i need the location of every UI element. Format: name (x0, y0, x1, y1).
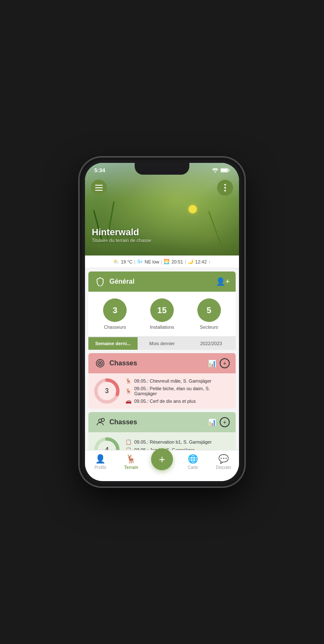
weather-moonrise: 12:42 (195, 259, 207, 264)
period-tabs: Semaine derni... Mois dernier 2022/2023 (88, 337, 236, 350)
car-icon-1: 🚗 (125, 398, 132, 404)
tab-discuter[interactable]: 💬 Discuter (208, 454, 239, 470)
chasses1-donut: 3 (93, 378, 120, 404)
svg-rect-5 (95, 187, 103, 188)
hunt-entry-2: 🦌 09.05.: Petite biche, élan ou daim, S.… (125, 386, 231, 396)
chasses1-card: 3 🦌 09.05.: Chevreuil mâle, S. Gamsjäger… (88, 373, 236, 409)
stat-installations: 15 Installations (150, 298, 174, 330)
hunt-entry-3-text: 09.05.: Cerf de dix ans et plus (134, 399, 196, 404)
chasses1-add-button[interactable]: + (220, 358, 230, 368)
tab-profils[interactable]: 👤 Profils (85, 454, 116, 470)
hamburger-icon (95, 185, 103, 191)
carte-icon: 🌐 (188, 454, 198, 464)
weather-sunset-icon: 🌅 (164, 259, 170, 264)
svg-point-11 (98, 361, 103, 366)
tab-terrain[interactable]: 🦌 Terrain (116, 454, 146, 470)
weather-sep-2: | (161, 259, 162, 264)
tab-mois-label: Mois dernier (149, 341, 175, 346)
tab-semaine-label: Semaine derni... (95, 341, 130, 346)
svg-point-9 (224, 190, 226, 192)
svg-point-0 (215, 171, 216, 173)
wifi-icon (212, 168, 218, 173)
weather-sep-1: | (134, 259, 135, 264)
weather-wind-icon: 🌬️ (137, 259, 143, 264)
stat-chasseurs: 3 Chasseurs (103, 298, 127, 330)
add-user-button[interactable]: 👤+ (216, 277, 230, 286)
more-button[interactable] (217, 180, 233, 196)
tab-saison-label: 2022/2023 (200, 341, 222, 346)
note-icon-1: 📋 (125, 439, 132, 445)
svg-rect-3 (221, 169, 228, 172)
svg-rect-6 (95, 190, 103, 191)
more-dots-icon (224, 184, 226, 192)
chasses2-header-actions: 📊 + (208, 417, 230, 427)
hunt-entry-1: 🦌 09.05.: Chevreuil mâle, S. Gamsjäger (125, 378, 231, 384)
profils-label: Profils (95, 465, 106, 470)
svg-point-7 (224, 184, 226, 186)
weather-wind: NE low (145, 259, 159, 264)
stats-row: 3 Chasseurs 15 Installations 5 (92, 298, 232, 330)
shield-icon (96, 277, 105, 286)
hero-section: Hinterwald Titulaire du terrain de chass… (85, 163, 239, 255)
stats-section: 3 Chasseurs 15 Installations 5 (88, 292, 236, 337)
chasses2-chart-button[interactable]: 📊 (208, 418, 216, 426)
weather-arrow-icon: ↑ (208, 259, 211, 264)
general-icon (94, 276, 106, 287)
deer-icon-1: 🦌 (125, 378, 132, 384)
weather-bar: ⛅ 19 °C | 🌬️ NE low | 🌅 20:51 | 🌙 12:42 … (85, 255, 239, 268)
chasses2-section-header: Chasses 📊 + (88, 412, 236, 432)
hero-subtitle: Titulaire du terrain de chasse (92, 238, 151, 243)
chasses2-add-button[interactable]: + (220, 417, 230, 427)
hero-title: Hinterwald (92, 227, 151, 238)
stat-installations-label: Installations (150, 325, 174, 330)
profils-icon: 👤 (95, 454, 106, 464)
chasses1-list: 🦌 09.05.: Chevreuil mâle, S. Gamsjäger 🦌… (125, 378, 231, 404)
chasses2-icon (94, 416, 106, 428)
chasses1-body: 3 🦌 09.05.: Chevreuil mâle, S. Gamsjäger… (88, 373, 236, 409)
stat-secteurs-value: 5 (207, 306, 211, 315)
chasses1-chart-button[interactable]: 📊 (208, 359, 216, 367)
stat-secteurs: 5 Secteurs (197, 298, 221, 330)
chasses1-icon (94, 357, 106, 369)
discuter-label: Discuter (216, 465, 231, 470)
tab-saison[interactable]: 2022/2023 (186, 337, 236, 350)
hunt-entry-3: 🚗 09.05.: Cerf de dix ans et plus (125, 398, 231, 404)
stat-chasseurs-circle: 3 (103, 298, 127, 322)
hunt-entry-1-text: 09.05.: Chevreuil mâle, S. Gamsjäger (134, 378, 211, 383)
fab-button[interactable]: + (151, 448, 173, 470)
stat-chasseurs-label: Chasseurs (104, 325, 126, 330)
menu-button[interactable] (91, 180, 107, 196)
terrain-icon: 🦌 (126, 454, 136, 464)
hero-title-block: Hinterwald Titulaire du terrain de chass… (92, 227, 151, 243)
stat-secteurs-circle: 5 (197, 298, 221, 322)
flower-decoration (189, 205, 197, 213)
reservation-entry-1-text: 09.05.: Réservation b1, S. Gamsjäger (134, 439, 212, 444)
scroll-container[interactable]: Hinterwald Titulaire du terrain de chass… (85, 163, 239, 481)
general-section-header: Général 👤+ (88, 271, 236, 292)
svg-point-8 (224, 187, 226, 189)
hunt-entry-2-text: 09.05.: Petite biche, élan ou daim, S. G… (134, 386, 231, 396)
carte-label: Carte (188, 465, 198, 470)
weather-sep-3: | (185, 259, 186, 264)
chasses1-section-header: Chasses 📊 + (88, 353, 236, 373)
tab-semaine[interactable]: Semaine derni... (88, 337, 138, 350)
svg-point-10 (96, 359, 104, 367)
battery-icon (220, 168, 230, 173)
person-target-icon (96, 418, 105, 427)
chasses1-section-title: Chasses (109, 359, 137, 367)
notch (135, 163, 189, 175)
tab-carte[interactable]: 🌐 Carte (178, 454, 208, 470)
deer-icon-2: 🦌 (125, 388, 132, 394)
stat-secteurs-label: Secteurs (200, 325, 218, 330)
chasses1-title-row: Chasses (94, 357, 137, 369)
chasses2-title-row: Chasses (94, 416, 137, 428)
chasses1-header-actions: 📊 + (208, 358, 230, 368)
general-header-actions: 👤+ (216, 277, 230, 286)
target-icon (96, 359, 105, 368)
tab-mois[interactable]: Mois dernier (138, 337, 187, 350)
svg-rect-4 (95, 185, 103, 186)
status-icons (212, 168, 230, 173)
weather-temp: 19 °C (121, 259, 133, 264)
general-section-title: Général (109, 278, 135, 285)
status-time: 5:34 (94, 167, 105, 173)
